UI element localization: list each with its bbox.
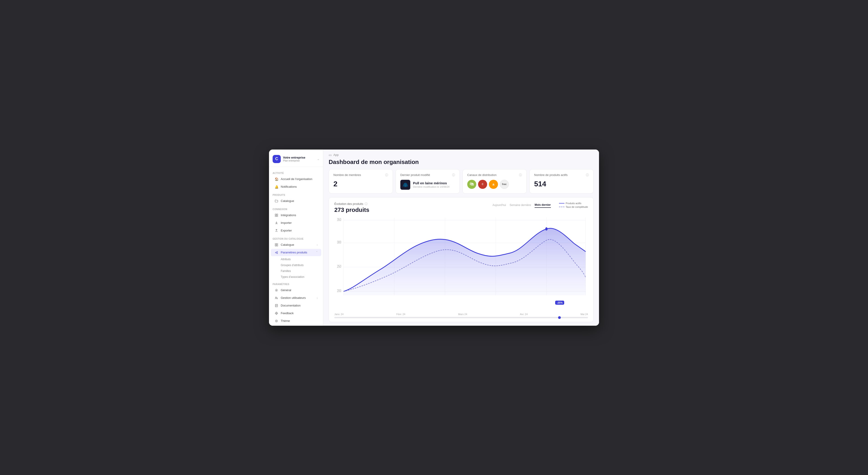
sidebar-item-catalogue[interactable]: Catalogue › <box>271 241 321 248</box>
sidebar-sub-types[interactable]: Types d'association <box>271 274 321 280</box>
time-btn-today[interactable]: Aujourd'hui <box>493 203 506 208</box>
sidebar-item-label: Gestion utilisateurs <box>281 296 306 300</box>
sidebar-item-importer[interactable]: Importer <box>271 219 321 227</box>
sidebar-item-accueil[interactable]: 🏠 Accueil de l'organisation <box>271 175 321 183</box>
card-header-actifs: Nombre de produits actifs ⓘ <box>534 173 589 177</box>
card-produits-actifs: Nombre de produits actifs ⓘ 514 <box>529 169 594 194</box>
x-axis-labels: Janv. 24 Févr. 24 Mars 24 Avr. 24 Mai 24 <box>334 311 588 315</box>
sidebar-item-integrations[interactable]: Intégrations <box>271 212 321 219</box>
chart-title-section: Évolution des produits ⓘ 273 produits <box>334 202 369 213</box>
channel-amazon: a <box>489 180 498 189</box>
info-icon-produit[interactable]: ⓘ <box>452 173 455 177</box>
legend-label-actifs: Produits actifs <box>566 202 581 205</box>
feedback-icon <box>274 311 278 315</box>
sidebar-item-label: Général <box>281 289 291 292</box>
svg-point-11 <box>276 290 277 291</box>
x-label-mai: Mai 24 <box>581 313 588 315</box>
sidebar: C Votre entreprise Plan entreprise ⌄ Act… <box>269 149 323 326</box>
chart-legend: Produits actifs Taux de complétude <box>559 202 588 208</box>
sidebar-item-catalogue-main[interactable]: Catalogue <box>271 197 321 205</box>
sidebar-item-parametres-produits[interactable]: Paramètres produits ˅ <box>271 249 321 256</box>
sidebar-sub-attributs[interactable]: Attributs <box>271 257 321 262</box>
chart-tooltip-badge: -25% <box>555 301 564 305</box>
doc-icon <box>274 304 278 308</box>
svg-rect-7 <box>277 245 278 246</box>
svg-point-14 <box>276 320 277 321</box>
svg-rect-4 <box>275 243 276 245</box>
folder-icon <box>274 199 278 203</box>
svg-point-10 <box>277 253 278 253</box>
sidebar-item-exporter[interactable]: Exporter <box>271 227 321 234</box>
users-icon <box>274 296 278 300</box>
svg-rect-6 <box>275 245 276 246</box>
company-chevron-icon[interactable]: ⌄ <box>317 158 319 161</box>
grid-icon <box>274 213 278 217</box>
svg-text:200: 200 <box>337 289 341 293</box>
sidebar-footer: TD Thomas Deniel Chef de produit ⌄ <box>269 325 323 326</box>
card-title-canaux: Canaux de distribution <box>467 173 496 177</box>
channel-fnac: fnac <box>500 180 509 189</box>
import-icon <box>274 221 278 225</box>
stats-cards: Nombre de membres ⓘ 2 Dernier produit mo… <box>323 169 599 197</box>
svg-rect-3 <box>277 215 278 216</box>
info-icon-membres[interactable]: ⓘ <box>385 173 388 177</box>
theme-icon <box>274 319 278 323</box>
x-label-fevr: Févr. 24 <box>396 313 405 315</box>
sidebar-item-notifications[interactable]: 🔔 Notifications <box>271 183 321 191</box>
x-label-janv: Janv. 24 <box>334 313 344 315</box>
chart-title-text: Évolution des produits <box>334 202 363 206</box>
sidebar-item-theme[interactable]: Thème <box>271 317 321 325</box>
chart-scrollbar[interactable] <box>334 317 588 318</box>
sidebar-sub-familles[interactable]: Familles <box>271 268 321 274</box>
sidebar-item-gestion-utilisateurs[interactable]: Gestion utilisateurs › <box>271 294 321 302</box>
sidebar-item-documentation[interactable]: Documentation <box>271 302 321 309</box>
sidebar-sub-groupes[interactable]: Groupes d'attributs <box>271 263 321 268</box>
bell-icon: 🔔 <box>274 185 278 189</box>
legend-completude: Taux de complétude <box>559 206 588 208</box>
section-label-activite: Activité <box>269 170 323 175</box>
breadcrumb-label: App <box>333 153 339 157</box>
chart-container: 350 300 250 200 <box>334 214 588 311</box>
sidebar-item-label: Importer <box>281 221 291 225</box>
sidebar-item-label: Paramètres produits <box>281 251 307 254</box>
app-window: C Votre entreprise Plan entreprise ⌄ Act… <box>269 149 599 326</box>
chart-count: 273 produits <box>334 206 369 213</box>
product-thumbnail: 🧥 <box>400 180 410 190</box>
info-icon-canaux[interactable]: ⓘ <box>519 173 522 177</box>
sidebar-item-feedback[interactable]: Feedback <box>271 310 321 317</box>
card-value-membres: 2 <box>333 180 388 188</box>
card-title-produit: Dernier produit modifié <box>400 173 430 177</box>
svg-text:350: 350 <box>337 217 341 222</box>
channels-row: 🛍 C a fnac <box>467 180 522 189</box>
product-info: 🧥 Pull en laine mérinos Dernière modific… <box>400 180 455 190</box>
sidebar-item-label: Catalogue <box>281 243 294 246</box>
time-btn-last-week[interactable]: Semaine dernière <box>509 203 531 208</box>
channel-shopify: 🛍 <box>467 180 476 189</box>
x-label-mars: Mars 24 <box>458 313 467 315</box>
section-label-gestion: Gestion du catalogue <box>269 236 323 241</box>
svg-text:300: 300 <box>337 240 341 244</box>
sidebar-item-label: Documentation <box>281 304 301 307</box>
chart-info-icon[interactable]: ⓘ <box>365 202 368 206</box>
chart-area-fill <box>344 228 586 295</box>
main-content: ▭ App Dashboard de mon organisation Nomb… <box>323 149 599 326</box>
info-icon-actifs[interactable]: ⓘ <box>586 173 589 177</box>
breadcrumb-icon: ▭ <box>329 153 332 157</box>
scroll-indicator[interactable] <box>558 316 561 319</box>
sidebar-item-label: Intégrations <box>281 213 296 217</box>
chart-controls: Aujourd'hui Semaine dernière Mois dernie… <box>493 202 588 208</box>
time-btn-last-month[interactable]: Mois dernier <box>535 202 551 208</box>
sidebar-item-label: Feedback <box>281 311 293 315</box>
sidebar-item-label: Catalogue <box>281 199 294 203</box>
card-canaux: Canaux de distribution ⓘ 🛍 C a fnac <box>463 169 527 194</box>
card-header-produit: Dernier produit modifié ⓘ <box>400 173 455 177</box>
sidebar-item-general[interactable]: Général <box>271 286 321 294</box>
svg-rect-0 <box>275 214 276 215</box>
page-title: Dashboard de mon organisation <box>323 159 599 169</box>
sidebar-header[interactable]: C Votre entreprise Plan entreprise ⌄ <box>269 153 323 167</box>
card-title-actifs: Nombre de produits actifs <box>534 173 567 177</box>
chart-section: Évolution des produits ⓘ 273 produits Au… <box>329 197 594 322</box>
company-plan: Plan entreprise <box>283 159 315 162</box>
svg-text:250: 250 <box>337 265 341 268</box>
export-icon <box>274 229 278 233</box>
